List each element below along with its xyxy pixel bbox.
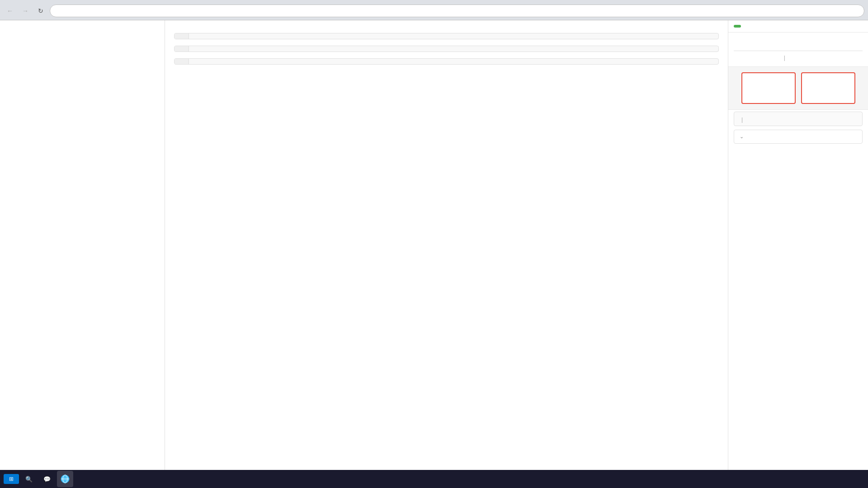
line-numbers-1	[175, 33, 189, 39]
start-button[interactable]: ⊞	[4, 474, 19, 484]
json-example-model-tabs: |	[739, 117, 858, 123]
code-lines-1	[189, 33, 200, 39]
address-bar: ← → ↻	[0, 2, 868, 20]
address-input[interactable]	[50, 5, 864, 17]
taskbar-search[interactable]: 🔍	[21, 471, 37, 487]
taskbar: ⊞ 🔍 💬	[0, 470, 868, 488]
swagger-panel: | |	[728, 20, 868, 470]
code-block-1	[174, 33, 719, 39]
line-numbers-2	[175, 46, 189, 52]
swagger-header	[728, 20, 868, 33]
sidebar	[0, 20, 165, 470]
main-layout: | |	[0, 20, 868, 470]
example-model-tabs: |	[781, 55, 859, 61]
param-row: |	[734, 51, 863, 63]
post-badge	[734, 25, 741, 28]
code-content-1	[175, 33, 718, 39]
browser-chrome: ← → ↻	[0, 0, 868, 20]
forward-button[interactable]: →	[19, 5, 32, 17]
param-table: |	[734, 47, 863, 63]
controller-button[interactable]	[741, 72, 796, 104]
code-content-2	[175, 46, 718, 52]
content-area	[165, 20, 728, 470]
service-button[interactable]	[801, 72, 855, 104]
code-content-3	[175, 59, 718, 64]
buttons-area	[728, 66, 868, 110]
brand-chevron: ⌄	[740, 134, 744, 140]
code-lines-2	[189, 46, 200, 52]
param-name-col	[734, 47, 778, 51]
param-desc-col	[778, 47, 863, 51]
taskbar-chat[interactable]: 💬	[39, 471, 55, 487]
json-desc-box: |	[734, 112, 863, 126]
code-block-3	[174, 58, 719, 65]
sidebar-header	[0, 24, 165, 28]
reload-button[interactable]: ↻	[34, 5, 47, 17]
line-numbers-3	[175, 59, 189, 64]
taskbar-browser[interactable]	[57, 471, 73, 487]
code-lines-3	[189, 59, 200, 64]
swagger-desc	[728, 33, 868, 40]
back-button[interactable]: ←	[4, 5, 16, 17]
params-section: |	[728, 40, 868, 66]
brand-model: ⌄	[734, 130, 863, 144]
code-block-2	[174, 46, 719, 52]
